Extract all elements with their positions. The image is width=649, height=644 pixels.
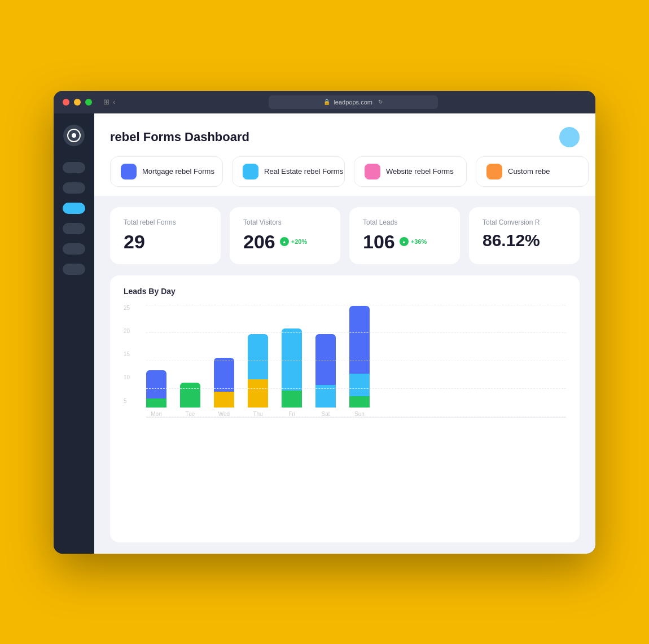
bar-stack-sat bbox=[315, 334, 336, 408]
bar-group-fri: Fri bbox=[282, 328, 302, 417]
stat-value-row-forms: 29 bbox=[124, 231, 207, 253]
address-bar[interactable]: 🔒 leadpops.com ↻ bbox=[269, 95, 438, 109]
chart-section: Leads By Day 25 20 15 10 5 bbox=[110, 275, 580, 542]
bar-group-sat: Sat bbox=[315, 334, 336, 417]
y-label-5: 5 bbox=[124, 398, 142, 404]
bar-seg-wed-1 bbox=[214, 358, 234, 392]
bars-container: Mon Tue bbox=[146, 305, 566, 418]
bar-seg-mon-1 bbox=[146, 370, 166, 398]
category-dot-realestate bbox=[243, 164, 258, 179]
stat-label-visitors: Total Visitors bbox=[243, 218, 327, 226]
traffic-light-green[interactable] bbox=[85, 99, 92, 106]
stat-value-row-visitors: 206 ▲ +20% bbox=[243, 231, 327, 253]
bar-seg-sun-3 bbox=[349, 396, 370, 408]
y-label-20: 20 bbox=[124, 328, 142, 334]
grid-line-1 bbox=[146, 305, 566, 305]
browser-titlebar: ⊞ ‹ 🔒 leadpops.com ↻ bbox=[54, 91, 595, 113]
chart-container: 25 20 15 10 5 bbox=[124, 305, 566, 418]
bar-stack-tue bbox=[180, 383, 200, 408]
stat-value-leads: 106 bbox=[363, 231, 395, 253]
category-card-realestate[interactable]: Real Estate rebel Forms bbox=[232, 156, 345, 187]
bar-label-sun: Sun bbox=[354, 411, 365, 417]
bar-label-tue: Tue bbox=[186, 411, 195, 417]
traffic-light-red[interactable] bbox=[63, 99, 69, 106]
stat-value-row-leads: 106 ▲ +36% bbox=[363, 231, 446, 253]
bar-group-tue: Tue bbox=[180, 383, 200, 417]
badge-icon-leads: ▲ bbox=[400, 237, 409, 246]
bar-seg-thu-2 bbox=[248, 379, 268, 408]
bar-seg-fri-2 bbox=[282, 391, 302, 408]
stat-badge-visitors: ▲ +20% bbox=[280, 237, 307, 246]
stat-label-conversion: Total Conversion R bbox=[483, 218, 566, 226]
bar-stack-wed bbox=[214, 358, 234, 408]
badge-icon-visitors: ▲ bbox=[280, 237, 289, 246]
chart-title: Leads By Day bbox=[124, 287, 566, 296]
traffic-light-yellow[interactable] bbox=[74, 99, 81, 106]
stat-card-conversion: Total Conversion R 86.12% bbox=[469, 207, 580, 264]
y-label-10: 10 bbox=[124, 374, 142, 380]
bar-stack-sun bbox=[349, 306, 370, 408]
category-card-mortgage[interactable]: Mortgage rebel Forms bbox=[110, 156, 223, 187]
category-label-mortgage: Mortgage rebel Forms bbox=[142, 167, 214, 176]
bar-seg-sat-2 bbox=[315, 385, 336, 408]
sidebar-item-5[interactable] bbox=[63, 243, 85, 255]
bar-seg-tue-1 bbox=[180, 383, 200, 408]
category-label-website: Website rebel Forms bbox=[386, 167, 454, 176]
y-label-15: 15 bbox=[124, 351, 142, 357]
stat-value-visitors: 206 bbox=[243, 231, 275, 253]
refresh-icon: ↻ bbox=[378, 99, 383, 105]
bar-group-mon: Mon bbox=[146, 370, 166, 417]
stat-value-row-conversion: 86.12% bbox=[483, 231, 566, 250]
category-dot-mortgage bbox=[121, 164, 137, 179]
page-title: rebel Forms Dashboard bbox=[110, 130, 249, 144]
sidebar bbox=[54, 113, 94, 554]
dashboard-header: rebel Forms Dashboard bbox=[94, 113, 595, 147]
back-icon[interactable]: ‹ bbox=[113, 98, 115, 106]
sidebar-item-4[interactable] bbox=[63, 223, 85, 234]
category-dot-custom bbox=[486, 164, 502, 179]
window-icon[interactable]: ⊞ bbox=[103, 98, 109, 106]
logo-icon bbox=[67, 129, 81, 142]
category-dot-website bbox=[365, 164, 380, 179]
browser-window: ⊞ ‹ 🔒 leadpops.com ↻ bbox=[54, 91, 595, 554]
bar-stack-thu bbox=[248, 334, 268, 408]
category-card-custom[interactable]: Custom rebe bbox=[476, 156, 589, 187]
sidebar-item-2[interactable] bbox=[63, 182, 85, 194]
outer-container: ⊞ ‹ 🔒 leadpops.com ↻ bbox=[42, 80, 607, 565]
bar-seg-sat-1 bbox=[315, 334, 336, 385]
bar-group-sun: Sun bbox=[349, 306, 370, 417]
category-label-realestate: Real Estate rebel Forms bbox=[264, 167, 343, 176]
bar-group-thu: Thu bbox=[248, 334, 268, 417]
stat-card-forms: Total rebel Forms 29 bbox=[110, 207, 221, 264]
stat-label-leads: Total Leads bbox=[363, 218, 446, 226]
bar-label-thu: Thu bbox=[253, 411, 262, 417]
stat-value-forms: 29 bbox=[124, 231, 145, 253]
bar-seg-sun-2 bbox=[349, 374, 370, 396]
avatar[interactable] bbox=[559, 127, 580, 147]
bar-seg-mon-2 bbox=[146, 398, 166, 408]
browser-body: rebel Forms Dashboard Mortgage rebel For… bbox=[54, 113, 595, 554]
sidebar-logo[interactable] bbox=[63, 125, 85, 146]
bar-seg-thu-1 bbox=[248, 334, 268, 379]
bar-label-mon: Mon bbox=[151, 411, 161, 417]
category-card-website[interactable]: Website rebel Forms bbox=[354, 156, 467, 187]
badge-text-leads: +36% bbox=[411, 238, 427, 245]
category-scroll: Mortgage rebel Forms Real Estate rebel F… bbox=[94, 147, 595, 196]
stat-badge-leads: ▲ +36% bbox=[400, 237, 427, 246]
bar-group-wed: Wed bbox=[214, 358, 234, 417]
main-content: rebel Forms Dashboard Mortgage rebel For… bbox=[94, 113, 595, 554]
stat-label-forms: Total rebel Forms bbox=[124, 218, 207, 226]
badge-text-visitors: +20% bbox=[291, 238, 307, 245]
y-label-25: 25 bbox=[124, 305, 142, 311]
bar-stack-mon bbox=[146, 370, 166, 408]
sidebar-item-1[interactable] bbox=[63, 162, 85, 173]
stat-value-conversion: 86.12% bbox=[483, 231, 540, 250]
url-text: leadpops.com bbox=[334, 99, 372, 106]
browser-controls: ⊞ ‹ bbox=[103, 98, 115, 106]
bar-seg-sun-1 bbox=[349, 306, 370, 374]
stat-card-visitors: Total Visitors 206 ▲ +20% bbox=[230, 207, 340, 264]
sidebar-item-3[interactable] bbox=[63, 203, 85, 214]
y-axis: 25 20 15 10 5 bbox=[124, 305, 142, 404]
sidebar-item-6[interactable] bbox=[63, 264, 85, 275]
bar-seg-wed-2 bbox=[214, 392, 234, 408]
